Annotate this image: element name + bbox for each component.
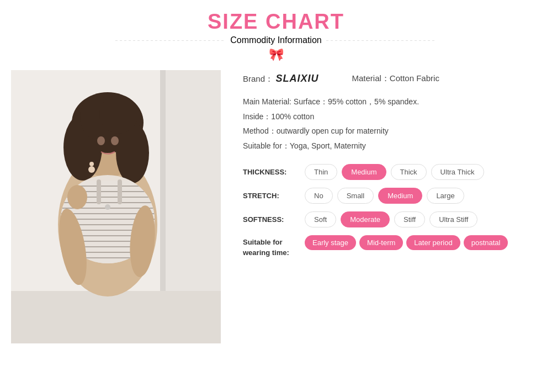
thickness-ultra-thick[interactable]: Ultra Thick [431, 164, 484, 180]
stretch-medium[interactable]: Medium [378, 188, 422, 204]
wearing-early-stage[interactable]: Early stage [305, 235, 356, 250]
material-section: Material：Cotton Fabric [352, 73, 439, 84]
wearing-time-row: Suitable for wearing time: Early stage M… [243, 235, 535, 257]
wearing-time-label: Suitable for wearing time: [243, 235, 298, 257]
stretch-no[interactable]: No [305, 188, 333, 204]
svg-rect-3 [11, 291, 221, 343]
svg-point-10 [99, 95, 138, 134]
thickness-label: THICKNESS: [243, 168, 298, 176]
brand-name: SLAIXIU [275, 73, 319, 84]
page-title: SIZE CHART [0, 10, 552, 34]
svg-point-31 [105, 204, 110, 210]
detail-line-2: Inside：100% cotton [243, 109, 535, 124]
brand-label: Brand： [243, 74, 273, 83]
product-image-svg [11, 70, 221, 343]
svg-rect-32 [97, 179, 101, 204]
thickness-thin[interactable]: Thin [305, 164, 337, 180]
product-image [11, 70, 221, 343]
main-content: Brand： SLAIXIU Material：Cotton Fabric Ma… [0, 70, 552, 343]
softness-stiff[interactable]: Stiff [394, 211, 425, 227]
divider: Commodity Information [0, 35, 552, 45]
brand-section: Brand： SLAIXIU [243, 73, 319, 84]
softness-label: SOFTNESS: [243, 215, 298, 224]
svg-point-37 [89, 162, 94, 166]
softness-ultra-stiff[interactable]: Ultra Stiff [429, 211, 477, 227]
stretch-small[interactable]: Small [337, 188, 374, 204]
stretch-row: STRETCH: No Small Medium Large [243, 188, 535, 204]
thickness-row: THICKNESS: Thin Medium Thick Ultra Thick [243, 164, 535, 180]
wearing-mid-term[interactable]: Mid-term [359, 235, 403, 250]
thickness-thick[interactable]: Thick [391, 164, 427, 180]
softness-moderate[interactable]: Moderate [341, 211, 390, 227]
bow-icon: 🎀 [0, 47, 552, 62]
brand-material-row: Brand： SLAIXIU Material：Cotton Fabric [243, 73, 535, 84]
stretch-label: STRETCH: [243, 192, 298, 200]
material-label: Material：Cotton Fabric [352, 73, 439, 83]
wearing-postnatal[interactable]: postnatal [464, 235, 508, 250]
detail-line-4: Suitable for：Yoga, Sport, Maternity [243, 139, 535, 153]
subtitle-text: Commodity Information [230, 35, 321, 45]
attributes-section: THICKNESS: Thin Medium Thick Ultra Thick… [243, 164, 535, 257]
svg-point-36 [67, 185, 87, 209]
stretch-large[interactable]: Large [427, 188, 464, 204]
svg-rect-33 [118, 179, 122, 204]
svg-point-38 [88, 166, 95, 173]
header: SIZE CHART Commodity Information 🎀 [0, 0, 552, 70]
wearing-time-buttons: Early stage Mid-term Later period postna… [305, 235, 508, 250]
product-details: Main Material: Surface：95% cotton，5% spa… [243, 94, 535, 153]
detail-line-1: Main Material: Surface：95% cotton，5% spa… [243, 94, 535, 109]
stretch-buttons: No Small Medium Large [305, 188, 464, 204]
svg-point-11 [97, 136, 105, 145]
detail-line-3: Method：outwardly open cup for maternity [243, 124, 535, 139]
thickness-buttons: Thin Medium Thick Ultra Thick [305, 164, 484, 180]
softness-soft[interactable]: Soft [305, 211, 336, 227]
softness-buttons: Soft Moderate Stiff Ultra Stiff [305, 211, 477, 227]
info-panel: Brand： SLAIXIU Material：Cotton Fabric Ma… [237, 70, 541, 343]
thickness-medium[interactable]: Medium [342, 164, 386, 180]
wearing-later-period[interactable]: Later period [406, 235, 460, 250]
svg-point-12 [111, 136, 119, 145]
page-wrapper: SIZE CHART Commodity Information 🎀 [0, 0, 552, 343]
softness-row: SOFTNESS: Soft Moderate Stiff Ultra Stif… [243, 211, 535, 227]
